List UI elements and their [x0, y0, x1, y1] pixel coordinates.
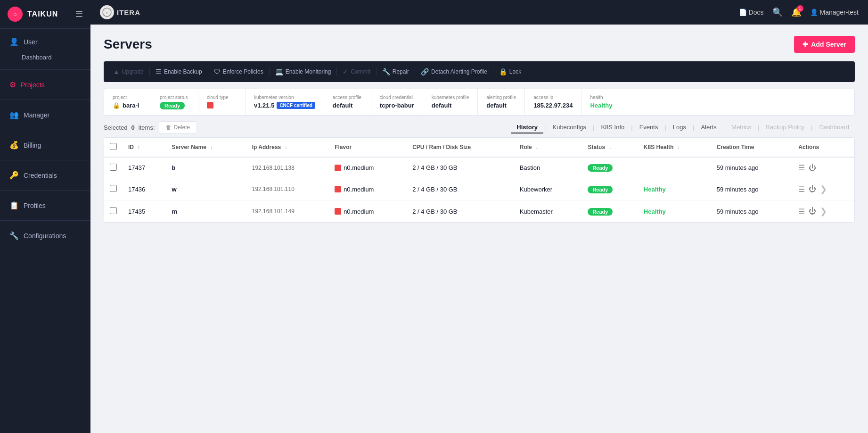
th-role[interactable]: Role ↓ — [514, 138, 582, 157]
user-menu[interactable]: 👤 Manager-test — [810, 8, 859, 16]
sidebar-item-configurations[interactable]: 🔧 Configurations — [0, 226, 90, 245]
row-menu-icon[interactable]: ☰ — [798, 207, 805, 216]
row-id: 17436 — [123, 178, 166, 200]
cloud-credential-value: tcpro-babur — [380, 102, 414, 109]
th-k8s-health[interactable]: K8S Health ↓ — [638, 138, 711, 157]
table-row: 17436 w 192.168.101.110 n0.medium 2 / 4 … — [104, 178, 854, 200]
row-status: Ready — [582, 157, 638, 178]
sidebar-credentials-section: 🔑 Credentials — [0, 162, 90, 188]
sidebar-user-label: User — [24, 38, 38, 46]
row-power-icon[interactable]: ⏻ — [809, 185, 816, 193]
page-header: Servers ✚ Add Server — [104, 36, 855, 53]
th-creation-time[interactable]: Creation Time — [711, 138, 793, 157]
topbar: i ITERA 📄 Docs 🔍 🔔 1 👤 Manager-test — [90, 0, 868, 25]
sidebar-item-manager[interactable]: 👥 Manager — [0, 106, 90, 124]
subnav-kubeconfigs[interactable]: Kubeconfigs — [547, 122, 592, 133]
th-ip-address[interactable]: Ip Address ↓ — [246, 138, 329, 157]
sidebar-item-dashboard[interactable]: Dashboard — [0, 51, 90, 64]
th-select-all[interactable] — [104, 138, 123, 157]
docs-link[interactable]: 📄 Docs — [739, 8, 764, 16]
sidebar-item-credentials[interactable]: 🔑 Credentials — [0, 166, 90, 184]
search-icon[interactable]: 🔍 — [772, 7, 783, 17]
row-action-buttons: ☰ ⏻ ❯ — [798, 184, 849, 194]
row-menu-icon[interactable]: ☰ — [798, 163, 805, 172]
subnav-events[interactable]: Events — [634, 122, 664, 133]
sidebar-divider-5 — [0, 190, 90, 191]
enable-backup-button[interactable]: ☰ Enable Backup — [151, 65, 207, 78]
sidebar-billing-section: 💰 Billing — [0, 132, 90, 158]
page-title: Servers — [104, 37, 152, 52]
row-power-icon[interactable]: ⏻ — [809, 164, 816, 172]
access-ip-value: 185.22.97.234 — [533, 102, 573, 109]
row-ip: 192.168.101.110 — [246, 178, 329, 200]
enable-monitoring-button[interactable]: 💻 Enable Monitoring — [270, 65, 336, 78]
hamburger-menu[interactable]: ☰ — [75, 9, 83, 19]
row-checkbox[interactable] — [110, 185, 117, 192]
notification-icon[interactable]: 🔔 1 — [791, 7, 802, 17]
k8s-profile-value: default — [432, 102, 452, 109]
delete-button[interactable]: 🗑 Delete — [159, 121, 197, 133]
row-menu-icon[interactable]: ☰ — [798, 185, 805, 194]
row-checkbox-cell[interactable] — [104, 178, 123, 200]
flavor-cloud-icon — [335, 186, 341, 192]
sidebar-item-projects[interactable]: ⚙ Projects — [0, 75, 90, 94]
sidebar-projects-label: Projects — [21, 81, 45, 89]
row-checkbox[interactable] — [110, 207, 117, 214]
repair-icon: 🔧 — [382, 68, 390, 75]
sidebar-divider-3 — [0, 130, 90, 130]
add-server-button[interactable]: ✚ Add Server — [794, 36, 855, 53]
row-actions-cell: ☰ ⏻ — [793, 157, 854, 178]
row-k8s-health — [638, 157, 711, 178]
content-area: Servers ✚ Add Server ▲ Upgrade ☰ Enable … — [90, 25, 868, 433]
detach-alerting-button[interactable]: 🔗 Detach Alerting Profile — [416, 65, 492, 78]
server-toolbar: ▲ Upgrade ☰ Enable Backup 🛡 Enforce Poli… — [104, 61, 855, 82]
name-sort-icon: ↓ — [210, 144, 213, 150]
flavor-value: n0.medium — [344, 208, 374, 215]
row-status-badge: Ready — [588, 208, 613, 216]
th-status[interactable]: Status ↓ — [582, 138, 638, 157]
sidebar-divider-1 — [0, 69, 90, 70]
ip-sort-icon: ↓ — [285, 144, 287, 150]
th-cpu-ram-disk[interactable]: CPU / Ram / Disk Size — [407, 138, 514, 157]
access-profile-value: default — [333, 102, 353, 109]
row-checkbox[interactable] — [110, 164, 117, 171]
toolbar-sep-7 — [493, 67, 493, 76]
repair-button[interactable]: 🔧 Repair — [377, 65, 414, 78]
enforce-policies-button[interactable]: 🛡 Enforce Policies — [209, 65, 268, 78]
row-power-icon[interactable]: ⏻ — [809, 207, 816, 216]
subnav-history[interactable]: History — [511, 122, 543, 133]
info-cloud-credential: cloud credential tcpro-babur — [371, 89, 423, 115]
row-checkbox-cell[interactable] — [104, 200, 123, 223]
subnav-backup-policy: Backup Policy — [760, 122, 810, 133]
row-expand-icon[interactable]: ❯ — [820, 184, 827, 194]
th-flavor[interactable]: Flavor — [329, 138, 407, 157]
subnav-logs[interactable]: Logs — [667, 122, 692, 133]
row-expand-icon[interactable]: ❯ — [820, 206, 827, 216]
subnav-alerts[interactable]: Alerts — [695, 122, 722, 133]
row-server-name: b — [166, 157, 246, 178]
row-actions-cell: ☰ ⏻ ❯ — [793, 200, 854, 223]
commit-button[interactable]: ✓ Commit — [338, 65, 375, 78]
th-id[interactable]: ID ↕ — [123, 138, 166, 157]
subnav-k8s-info[interactable]: K8S Info — [595, 122, 630, 133]
lock-button[interactable]: 🔒 Lock — [494, 65, 526, 78]
actions-bar: Selected 0 items: 🗑 Delete History | Kub… — [104, 121, 855, 133]
sidebar: ○ TAIKUN ☰ 👤 User Dashboard ⚙ Projects 👥… — [0, 0, 90, 433]
row-action-buttons: ☰ ⏻ ❯ — [798, 206, 849, 216]
select-all-checkbox[interactable] — [110, 143, 117, 150]
info-access-profile: access profile default — [324, 89, 371, 115]
upgrade-icon: ▲ — [113, 68, 120, 75]
sidebar-item-user[interactable]: 👤 User — [0, 33, 90, 51]
status-sort-icon: ↓ — [608, 144, 611, 150]
configurations-icon: 🔧 — [9, 231, 19, 240]
flavor-cloud-icon — [335, 165, 341, 171]
table-row: 17435 m 192.168.101.149 n0.medium 2 / 4 … — [104, 200, 854, 223]
th-server-name[interactable]: Server Name ↓ — [166, 138, 246, 157]
sidebar-configurations-label: Configurations — [24, 232, 66, 240]
toolbar-sep-2 — [208, 67, 208, 76]
upgrade-button[interactable]: ▲ Upgrade — [108, 65, 148, 78]
sidebar-item-profiles[interactable]: 📋 Profiles — [0, 196, 90, 215]
row-checkbox-cell[interactable] — [104, 157, 123, 178]
servers-tbody: 17437 b 192.168.101.138 n0.medium 2 / 4 … — [104, 157, 854, 222]
sidebar-item-billing[interactable]: 💰 Billing — [0, 136, 90, 154]
